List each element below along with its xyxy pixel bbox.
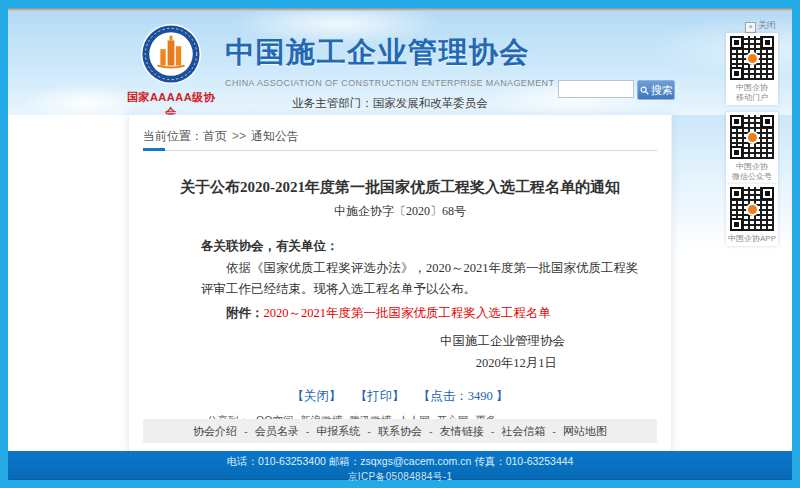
article-body: 各关联协会，有关单位： 依据《国家优质工程奖评选办法》，2020～2021年度第… (201, 236, 643, 374)
footer-nav-mailbox-link[interactable]: 社会信箱 (501, 425, 545, 437)
article-paragraph: 依据《国家优质工程奖评选办法》，2020～2021年度第一批国家优质工程奖评审工… (201, 258, 643, 300)
hit-counter: 【点击：3490 】 (418, 389, 509, 403)
breadcrumb-separator: >> (232, 129, 246, 143)
footer-contact-line: 电话：010-63253400 邮箱：zsqxgs@cacem.com.cn 传… (8, 451, 792, 469)
qr-label: 中国企协 移动门户 (726, 83, 778, 103)
qr-label: 中国企协 微信公众号 (726, 162, 778, 182)
qr-card-app: 中国企协APP (726, 184, 778, 246)
print-button[interactable]: 【打印】 (355, 389, 405, 403)
qr-card-wechat: 中国企协 微信公众号 (726, 112, 778, 184)
content-panel: 当前位置：首页>>通知公告 关于公布2020-2021年度第一批国家优质工程奖入… (128, 115, 672, 451)
footer-nav-about-link[interactable]: 协会介绍 (193, 425, 237, 437)
page-frame: 国家AAAAA级协会 中国施工企业管理协会 CHINA ASSOCIATION … (0, 0, 800, 488)
qr-close-label: 关闭 (758, 20, 776, 30)
org-seal-icon (140, 23, 202, 85)
search-button[interactable]: 搜索 (637, 80, 675, 100)
org-name-cn: 中国施工企业管理协会 (225, 33, 555, 73)
article-doc-number: 中施企协字〔2020〕68号 (129, 203, 671, 220)
footer-icp-line: 京ICP备05084884号-1 (8, 470, 792, 484)
site-header: 国家AAAAA级协会 中国施工企业管理协会 CHINA ASSOCIATION … (8, 11, 792, 115)
search-input[interactable] (558, 80, 634, 98)
qr-label: 中国企协APP (726, 234, 778, 244)
footer-nav: 协会介绍-会员名录-申报系统-联系协会-友情链接-社会信箱-网站地图 (143, 419, 657, 443)
article: 关于公布2020-2021年度第一批国家优质工程奖入选工程名单的通知 中施企协字… (129, 177, 671, 428)
footer-nav-links-link[interactable]: 友情链接 (440, 425, 484, 437)
footer-nav-separator: - (244, 425, 248, 437)
breadcrumb-current-link[interactable]: 通知公告 (251, 129, 299, 143)
search-icon (640, 86, 649, 95)
org-name-en: CHINA ASSOCIATION OF CONSTRUCTION ENTERP… (225, 78, 555, 88)
footer-nav-contact-link[interactable]: 联系协会 (378, 425, 422, 437)
footer-nav-apply-link[interactable]: 申报系统 (316, 425, 360, 437)
dept-line: 业务主管部门：国家发展和改革委员会 (225, 96, 555, 111)
site-footer: 电话：010-63253400 邮箱：zsqxgs@cacem.com.cn 传… (8, 451, 792, 480)
attachment-link[interactable]: 2020～2021年度第一批国家优质工程奖入选工程名单 (264, 306, 552, 320)
breadcrumb-home-link[interactable]: 首页 (203, 129, 227, 143)
footer-nav-separator: - (429, 425, 433, 437)
signature-date: 2020年12月1日 (201, 352, 557, 374)
search-bar: 搜索 (558, 80, 675, 100)
footer-nav-separator: - (491, 425, 495, 437)
footer-nav-separator: - (552, 425, 556, 437)
org-title-block: 中国施工企业管理协会 CHINA ASSOCIATION OF CONSTRUC… (225, 33, 555, 111)
signature-block: 中国施工企业管理协会 2020年12月1日 (201, 330, 565, 374)
breadcrumb-underline (143, 150, 657, 151)
article-salutation: 各关联协会，有关单位： (201, 236, 643, 257)
footer-nav-separator: - (367, 425, 371, 437)
footer-nav-separator: - (306, 425, 310, 437)
footer-nav-members-link[interactable]: 会员名录 (255, 425, 299, 437)
breadcrumb-label: 当前位置： (143, 129, 203, 143)
breadcrumb: 当前位置：首页>>通知公告 (143, 128, 657, 145)
search-button-label: 搜索 (651, 84, 673, 96)
article-title: 关于公布2020-2021年度第一批国家优质工程奖入选工程名单的通知 (159, 177, 641, 197)
close-article-button[interactable]: 【关闭】 (292, 389, 342, 403)
qr-card-mobile-portal: 中国企协 移动门户 (726, 33, 778, 105)
org-logo-icon (140, 23, 202, 85)
attachment-row: 附件：2020～2021年度第一批国家优质工程奖入选工程名单 (201, 303, 643, 324)
qr-code-icon (730, 36, 774, 80)
qr-code-icon (730, 115, 774, 159)
qr-panel-close-button[interactable]: ×关闭 (745, 19, 776, 33)
footer-nav-sitemap-link[interactable]: 网站地图 (563, 425, 607, 437)
attachment-label: 附件： (226, 306, 264, 320)
article-actions: 【关闭】 【打印】 【点击：3490 】 (129, 388, 671, 405)
qr-code-icon (730, 187, 774, 231)
close-icon: × (745, 22, 756, 33)
signature-org: 中国施工企业管理协会 (201, 330, 565, 352)
